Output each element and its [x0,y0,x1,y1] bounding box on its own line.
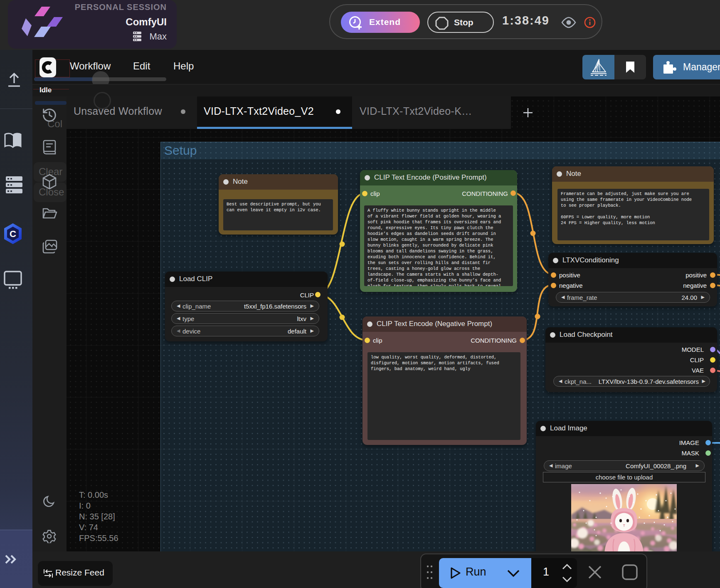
svg-text:C: C [10,229,16,239]
